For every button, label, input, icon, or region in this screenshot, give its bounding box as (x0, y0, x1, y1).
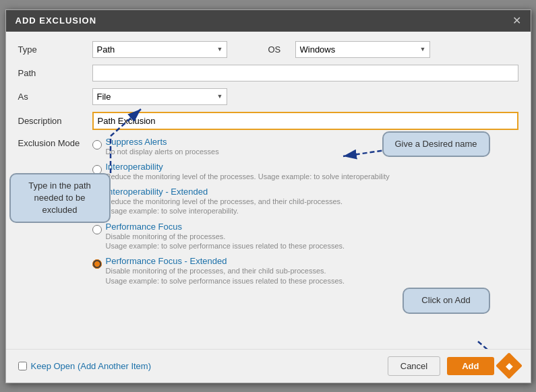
mode5-radio[interactable] (92, 259, 102, 269)
os-select[interactable]: Windows Linux Mac (295, 41, 430, 58)
description-input-wrapper (92, 112, 518, 130)
os-section: OS Windows Linux Mac (268, 41, 518, 58)
description-label: Description (18, 116, 92, 126)
callout-add: Click on Add (403, 288, 490, 313)
type-os-row: Type Path Process File Folder OS Windows… (18, 41, 518, 58)
mode3-title: Interoperability - Extended (106, 187, 343, 197)
mode4-content: Performance Focus Disable monitoring of … (106, 222, 345, 251)
keep-open-checkbox[interactable] (18, 362, 27, 370)
keep-open-section: Keep Open (Add Another Item) (18, 361, 152, 371)
description-row: Description (18, 112, 518, 130)
mode1-desc: Do not display alerts on processes (106, 147, 219, 156)
diamond-icon: ◆ (505, 360, 512, 371)
mode1-content: Suppress Alerts Do not display alerts on… (106, 137, 219, 156)
type-section: Type Path Process File Folder (18, 41, 268, 58)
as-select-wrapper: File Folder Wildcard (92, 88, 227, 105)
path-input[interactable] (92, 65, 518, 81)
mode3-content: Interoperability - Extended Reduce the m… (106, 187, 343, 216)
exclusion-mode-label: Exclusion Mode (18, 137, 92, 148)
callout-name: Give a Desired name (382, 131, 490, 157)
dialog-header: ADD EXCLUSION ✕ (6, 10, 531, 32)
add-button[interactable]: Add (447, 357, 494, 375)
mode4-radio-col (92, 222, 106, 236)
os-label: OS (268, 44, 289, 55)
mode-performance-focus-extended: Performance Focus - Extended Disable mon… (92, 256, 518, 286)
mode5-content: Performance Focus - Extended Disable mon… (106, 256, 345, 286)
footer-buttons: Cancel Add ◆ (388, 356, 518, 376)
as-row: As File Folder Wildcard (18, 88, 518, 105)
cancel-button[interactable]: Cancel (388, 356, 440, 376)
as-select[interactable]: File Folder Wildcard (92, 88, 227, 105)
mode1-radio-col (92, 137, 106, 152)
type-label: Type (18, 44, 92, 55)
mode1-radio[interactable] (92, 140, 102, 150)
path-input-wrapper (92, 65, 518, 81)
modes-list: Suppress Alerts Do not display alerts on… (92, 137, 518, 291)
type-select[interactable]: Path Process File Folder (92, 41, 227, 58)
mode-interoperability: Interoperability Reduce the monitoring l… (92, 162, 518, 181)
path-row: Path (18, 65, 518, 81)
mode-interoperability-extended: Interoperability - Extended Reduce the m… (92, 187, 518, 216)
type-select-wrapper: Path Process File Folder (92, 41, 227, 58)
add-exclusion-dialog: ADD EXCLUSION ✕ Type Path Process File F… (5, 9, 531, 383)
keep-open-label: Keep Open (Add Another Item) (31, 361, 152, 371)
mode1-title: Suppress Alerts (106, 137, 219, 147)
dialog-title: ADD EXCLUSION (16, 15, 97, 26)
callout-path: Type in the path needed to be excluded (9, 173, 111, 224)
mode2-content: Interoperability Reduce the monitoring l… (106, 162, 390, 181)
mode3-desc: Reduce the monitoring level of the proce… (106, 197, 343, 216)
mode2-title: Interoperability (106, 162, 390, 172)
os-select-wrapper: Windows Linux Mac (295, 41, 430, 58)
as-label: As (18, 92, 92, 102)
close-button[interactable]: ✕ (512, 15, 521, 26)
mode4-desc: Disable monitoring of the processes.Usag… (106, 232, 345, 251)
mode2-desc: Reduce the monitoring level of the proce… (106, 172, 390, 181)
dialog-footer: Keep Open (Add Another Item) Cancel Add … (6, 349, 531, 383)
add-section: Add ◆ (447, 356, 518, 375)
mode5-desc: Disable monitoring of the processes, and… (106, 266, 345, 286)
description-input[interactable] (92, 112, 518, 130)
mode5-title: Performance Focus - Extended (106, 256, 345, 266)
diamond-button[interactable]: ◆ (496, 352, 523, 379)
mode4-title: Performance Focus (106, 222, 345, 232)
mode-performance-focus: Performance Focus Disable monitoring of … (92, 222, 518, 251)
mode5-radio-col (92, 256, 106, 271)
mode4-radio[interactable] (92, 225, 102, 234)
path-label: Path (18, 68, 92, 78)
dialog-body: Type Path Process File Folder OS Windows… (6, 32, 531, 349)
